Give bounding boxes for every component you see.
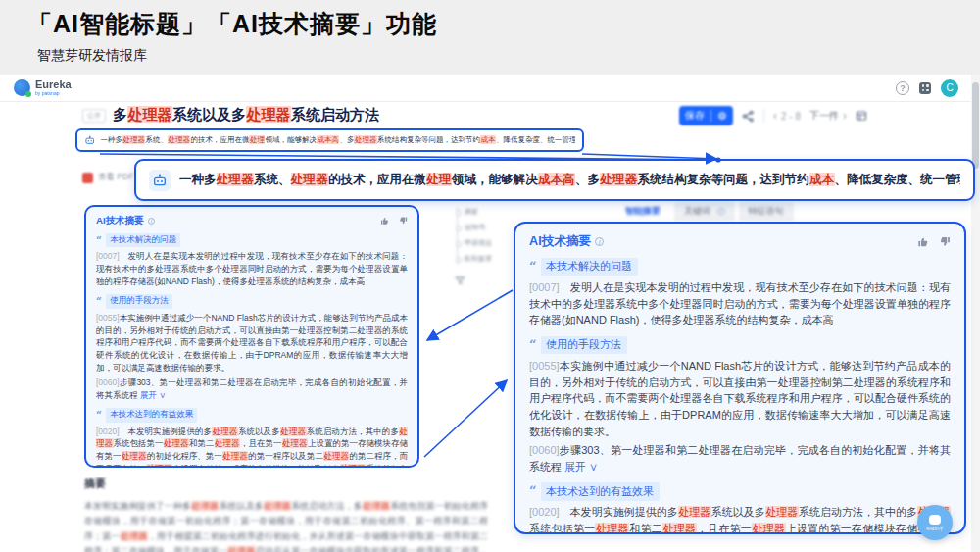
ai-summary-title: AI技术摘要 [96,215,144,227]
tab-smart-summary[interactable]: 智能摘要 [615,202,670,221]
ai-summary-panel-large: AI技术摘要 i “本技术解决的问题 [0007] 发明人在是实现本发明的过程中… [514,222,966,534]
summary-paragraph-0007: [0007] 发明人在是实现本发明的过程中发现，现有技术至少存在如下的技术问题：… [529,279,951,328]
save-button-label: 保存 [685,109,705,123]
gear-icon [717,111,727,121]
quote-icon: “ [529,487,537,495]
eureka-logo-text: Eureka [35,79,72,90]
abstract-text: 本发明实施例提供了一种多处理器系统以及多处理器系统启动方法，多处理器系统包括第一… [84,499,488,552]
section-label-problem: 本技术解决的问题 [541,258,638,276]
info-icon: i [717,208,725,216]
thumbs-up-icon[interactable] [917,235,930,248]
nav-item-application-info[interactable]: 申请信息 [465,238,492,248]
thumbs-down-icon[interactable] [398,216,408,226]
info-icon[interactable]: i [148,218,155,225]
prev-page-icon[interactable]: ‹ [773,109,777,123]
ai-summary-panel-small: AI技术摘要 i “本技术解决的问题 [0007] 发明人在是实现本发明的过程中… [84,205,419,468]
quote-icon: “ [96,237,102,243]
share-icon[interactable] [742,110,755,123]
nav-item-description[interactable]: 说明书 [465,223,492,232]
section-label-effect: 本技术达到的有益效果 [541,482,660,500]
ai-smart-title-text: 一种多处理器系统、处理器的技术，应用在微处理领域，能够解决成本高、多处理器系统结… [100,135,575,145]
save-button[interactable]: 保存 [679,106,733,125]
abstract-section: 摘要 本发明实施例提供了一种多处理器系统以及多处理器系统启动方法，多处理器系统包… [84,477,488,552]
filter-funnel-icon[interactable] [455,276,466,286]
eureka-logo-subtext: by patsnap [35,91,72,96]
view-pdf-link[interactable]: 查看 PDF [82,172,133,183]
section-label-problem: 本技术解决的问题 [106,233,181,248]
section-label-method: 使用的手段方法 [541,336,627,354]
next-item-control[interactable]: 下一件 › [809,109,847,123]
eureka-logo[interactable]: Eureka by patsnap [14,79,72,96]
tab-feature-sentences[interactable]: 特征语句 [739,202,794,221]
section-label-effect: 本技术达到的有益效果 [106,408,198,423]
apps-grid-icon[interactable] [919,82,931,94]
abstract-title: 摘要 [84,477,488,491]
pdf-icon [82,173,93,183]
quote-icon: “ [529,263,537,271]
help-icon[interactable]: ? [896,81,909,95]
ai-robot-icon [149,170,171,191]
next-item-label: 下一件 [809,109,839,123]
assistant-icon [929,515,941,525]
summary-paragraph-0055: [0055]本实施例中通过减少一个NAND Flash芯片的设计方式，能够达到节… [96,312,408,376]
vertical-scrollbar[interactable] [971,75,980,552]
summary-paragraph-0060: [0060]步骤303、第一处理器和第二处理器在启动完毕，完成各自的初始化配置，… [529,442,951,475]
patent-toolbar: 保存 ‹ 2 - 8 下一件 › [679,106,867,125]
summary-paragraph-0007: [0007] 发明人在是实现本发明的过程中发现，现有技术至少存在如下的技术问题：… [96,250,408,288]
pagination[interactable]: ‹ 2 - 8 [773,109,801,123]
page-subtitle: 智慧芽研发情报库 [37,47,437,65]
list-view-icon[interactable] [856,110,867,122]
ai-assistant-floating-button[interactable]: 智能助手 [917,505,953,540]
app-topbar: Eureka by patsnap ? C [0,75,980,102]
next-page-icon: › [843,109,847,123]
patent-status-tag: 公开 [82,109,106,123]
summary-paragraph-0060: [0060]步骤303、第一处理器和第二处理器在启动完毕，完成各自的初始化配置，… [96,376,408,402]
ai-summary-title: AI技术摘要 [529,233,591,250]
scrollbar-thumb[interactable] [972,82,979,169]
tab-keywords[interactable]: 关键词i [674,202,735,221]
eureka-logo-icon [14,79,30,96]
ai-robot-icon [84,134,95,146]
view-pdf-label: 查看 PDF [98,172,133,183]
page-title: 「AI智能标题」「AI技术摘要」功能 [27,8,437,40]
ai-smart-title-callout: 一种多处理器系统、处理器的技术，应用在微处理领域，能够解决成本高、多处理器系统结… [134,159,975,201]
summary-paragraph-0020: [0020] 本发明实施例提供的多处理器系统以及多处理器系统启动方法，其中的多处… [529,504,951,534]
ai-smart-title-callout-text: 一种多处理器系统、处理器的技术，应用在微处理领域，能够解决成本高、多处理器系统结… [179,172,960,188]
assistant-label: 智能助手 [926,526,944,530]
summary-paragraph-0055: [0055]本实施例中通过减少一个NAND Flash芯片的设计方式，能够达到节… [529,358,951,440]
nav-item-abstract[interactable]: 摘要 [465,207,492,217]
thumbs-down-icon[interactable] [938,235,951,248]
quote-icon: “ [529,341,537,349]
ai-smart-title-box: 一种多处理器系统、处理器的技术，应用在微处理领域，能够解决成本高、多处理器系统结… [75,128,584,152]
nav-item-claims[interactable]: 权利要求 [465,254,492,264]
summary-paragraph-0020: [0020] 本发明实施例提供的多处理器系统以及多处理器系统启动方法，其中的多处… [96,426,408,469]
info-icon[interactable]: i [595,237,604,246]
thumbs-up-icon[interactable] [380,216,390,226]
section-label-method: 使用的手段方法 [106,294,172,309]
pagination-range: 2 - 8 [781,111,801,122]
user-avatar[interactable]: C [941,79,958,97]
app-window: Eureka by patsnap ? C 公开 多处理器系统以及多处理器系统启… [0,75,980,552]
page-heading: 「AI智能标题」「AI技术摘要」功能 智慧芽研发情报库 [27,8,437,65]
document-section-nav: 摘要 说明书 申请信息 权利要求 [457,207,492,290]
quote-icon: “ [96,412,102,418]
patent-title: 多处理器系统以及多处理器系统启动方法 [113,106,379,125]
summary-tabs: 智能摘要 关键词i 特征语句 [615,202,794,221]
quote-icon: “ [96,298,102,304]
